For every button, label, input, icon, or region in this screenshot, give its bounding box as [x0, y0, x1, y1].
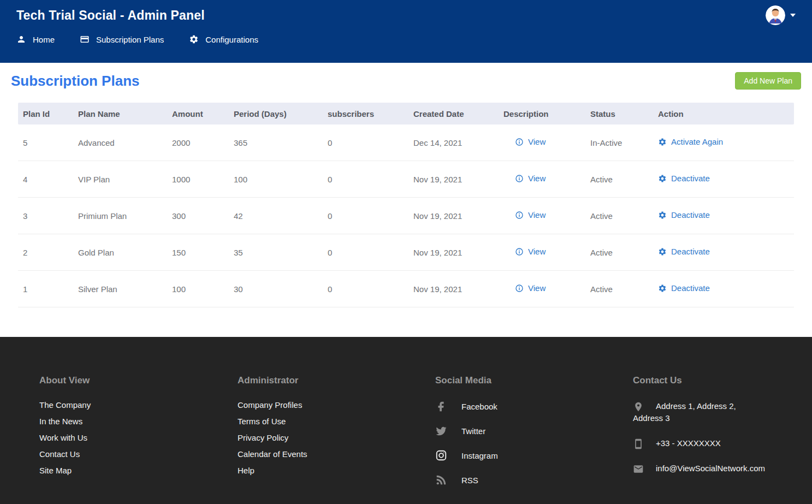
- footer-link[interactable]: Terms of Use: [238, 417, 435, 426]
- cell-amount: 2000: [167, 138, 229, 147]
- cell-action: Activate Again: [653, 137, 794, 148]
- footer-link[interactable]: Company Profiles: [238, 400, 435, 410]
- view-description-link[interactable]: View: [515, 174, 546, 183]
- footer-link[interactable]: Help: [238, 466, 435, 475]
- cell-plan-name: Gold Plan: [73, 248, 167, 257]
- cell-action: Deactivate: [653, 247, 794, 258]
- main-nav: Home Subscription Plans Configurations: [16, 34, 796, 44]
- cell-period-days: 30: [229, 284, 323, 294]
- info-icon: [515, 211, 524, 220]
- footer-social-link[interactable]: Twitter: [435, 425, 633, 437]
- location-icon: [633, 401, 644, 412]
- avatar: [766, 5, 785, 25]
- table-row: 1 Silver Plan 100 30 0 Nov 19, 2021 View…: [18, 271, 794, 307]
- nav-item-configurations[interactable]: Configurations: [189, 34, 258, 44]
- footer-link[interactable]: The Company: [39, 400, 238, 410]
- info-icon: [515, 138, 524, 146]
- twitter-icon: [435, 425, 447, 437]
- plans-table: Plan IdPlan NameAmountPeriod (Days)subsc…: [18, 103, 794, 307]
- footer-link[interactable]: Work with Us: [39, 433, 238, 442]
- view-description-link[interactable]: View: [515, 283, 546, 293]
- contact-item: +33 - XXXXXXXX: [633, 437, 790, 449]
- footer-link[interactable]: Contact Us: [39, 449, 238, 459]
- cell-amount: 150: [167, 248, 229, 257]
- nav-item-home[interactable]: Home: [16, 34, 55, 44]
- cell-plan-name: Primium Plan: [73, 211, 167, 221]
- cell-description: View: [499, 174, 585, 185]
- column-header: Description: [499, 109, 585, 118]
- page-title: Subscription Plans: [11, 73, 140, 90]
- footer-heading: Administrator: [238, 375, 435, 386]
- cell-created-date: Nov 19, 2021: [408, 175, 499, 184]
- cell-description: View: [499, 137, 585, 148]
- cell-description: View: [499, 210, 585, 221]
- action-link[interactable]: Deactivate: [658, 283, 710, 293]
- table-row: 4 VIP Plan 1000 100 0 Nov 19, 2021 View …: [18, 161, 794, 198]
- column-header: Created Date: [408, 109, 499, 118]
- footer-link[interactable]: Site Map: [39, 466, 238, 475]
- footer-social-link[interactable]: Facebook: [435, 400, 633, 412]
- cell-created-date: Nov 19, 2021: [408, 284, 499, 294]
- footer-link[interactable]: Calendar of Events: [238, 449, 435, 459]
- footer-heading: Social Media: [435, 375, 633, 386]
- action-link[interactable]: Deactivate: [658, 174, 710, 183]
- view-description-link[interactable]: View: [515, 247, 546, 256]
- footer-social-link[interactable]: Instagram: [435, 449, 633, 461]
- contact-item: Address 1, Address 2, Address 3: [633, 400, 757, 424]
- social-label: Twitter: [461, 426, 485, 436]
- footer-social-link[interactable]: RSS: [435, 474, 633, 486]
- mail-icon: [633, 464, 644, 475]
- cell-plan-id: 5: [18, 138, 73, 147]
- cell-plan-name: Advanced: [73, 138, 167, 147]
- info-icon: [515, 174, 524, 183]
- footer: About View The CompanyIn the NewsWork wi…: [0, 337, 812, 504]
- cell-plan-name: Silver Plan: [73, 284, 167, 294]
- action-link[interactable]: Activate Again: [658, 137, 723, 146]
- person-icon: [16, 34, 26, 44]
- cell-period-days: 100: [229, 175, 323, 184]
- view-description-link[interactable]: View: [515, 137, 546, 146]
- view-description-link[interactable]: View: [515, 210, 546, 220]
- footer-link[interactable]: Privacy Policy: [238, 433, 435, 442]
- social-links-list: FacebookTwitterInstagramRSS: [435, 400, 633, 486]
- contact-list: Address 1, Address 2, Address 3+33 - XXX…: [633, 400, 790, 475]
- gear-icon: [658, 247, 667, 256]
- cell-subscribers: 0: [323, 284, 408, 294]
- cell-created-date: Dec 14, 2021: [408, 138, 499, 147]
- add-new-plan-button[interactable]: Add New Plan: [735, 72, 801, 90]
- rss-icon: [435, 474, 447, 486]
- instagram-icon: [435, 449, 447, 461]
- cell-subscribers: 0: [323, 175, 408, 184]
- nav-item-label: Subscription Plans: [96, 35, 164, 44]
- column-header: subscribers: [323, 109, 408, 118]
- footer-administrator: Administrator Company ProfilesTerms of U…: [238, 369, 435, 504]
- facebook-icon: [435, 400, 447, 412]
- column-header: Amount: [167, 109, 229, 118]
- table-header-row: Plan IdPlan NameAmountPeriod (Days)subsc…: [18, 103, 794, 124]
- footer-heading: Contact Us: [633, 375, 790, 386]
- cell-action: Deactivate: [653, 283, 794, 294]
- cell-plan-id: 4: [18, 175, 73, 184]
- gear-icon: [658, 284, 667, 293]
- action-link[interactable]: Deactivate: [658, 210, 710, 220]
- chevron-down-icon: [790, 14, 796, 17]
- footer-about: About View The CompanyIn the NewsWork wi…: [39, 369, 238, 504]
- cell-plan-id: 1: [18, 284, 73, 294]
- user-menu[interactable]: [766, 5, 796, 25]
- info-icon: [515, 284, 524, 293]
- social-label: Instagram: [461, 451, 498, 460]
- social-label: RSS: [461, 476, 478, 485]
- cell-created-date: Nov 19, 2021: [408, 211, 499, 221]
- column-header: Status: [585, 109, 653, 118]
- footer-social: Social Media FacebookTwitterInstagramRSS: [435, 369, 633, 504]
- nav-item-subscription-plans[interactable]: Subscription Plans: [80, 34, 164, 44]
- table-body: 5 Advanced 2000 365 0 Dec 14, 2021 View …: [18, 124, 794, 307]
- cell-plan-id: 2: [18, 248, 73, 257]
- credit-card-icon: [80, 34, 90, 44]
- gear-icon: [658, 211, 667, 220]
- footer-link[interactable]: In the News: [39, 417, 238, 426]
- action-link[interactable]: Deactivate: [658, 247, 710, 256]
- contact-text: info@ViewSocialNetwork.com: [656, 464, 765, 473]
- status-text: In-Active: [585, 138, 653, 147]
- column-header: Plan Name: [73, 109, 167, 118]
